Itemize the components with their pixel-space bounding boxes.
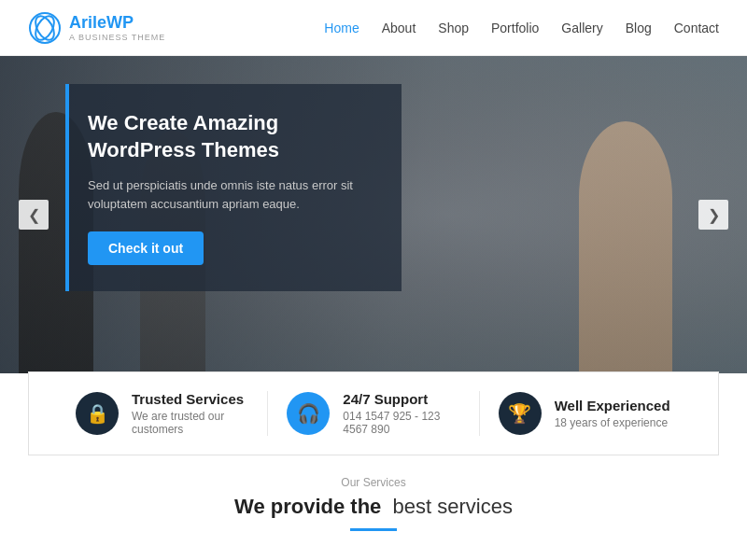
experienced-icon-wrap: 🏆	[499, 392, 542, 435]
support-desc: 014 1547 925 - 123 4567 890	[343, 410, 459, 436]
trusted-icon-wrap: 🔒	[76, 392, 119, 435]
support-text: 24/7 Support 014 1547 925 - 123 4567 890	[343, 391, 459, 436]
feature-experienced: 🏆 Well Experienced 18 years of experienc…	[480, 392, 690, 435]
nav-gallery[interactable]: Gallery	[561, 21, 602, 35]
feature-support: 🎧 24/7 Support 014 1547 925 - 123 4567 8…	[268, 391, 479, 436]
services-underline	[350, 528, 397, 531]
logo: ArileWP A Business Theme	[28, 11, 165, 45]
logo-name: ArileWP	[69, 13, 165, 33]
hero-title: We Create Amazing WordPress Themes	[88, 110, 375, 163]
services-title-part2: best services	[393, 495, 513, 518]
nav-about[interactable]: About	[382, 21, 416, 35]
nav-shop[interactable]: Shop	[438, 21, 469, 35]
svg-point-2	[32, 12, 58, 42]
main-nav: Home About Shop Portfolio Gallery Blog C…	[324, 21, 719, 35]
services-section: Our Services We provide the best service…	[0, 455, 747, 560]
hero-cta-button[interactable]: Check it out	[88, 231, 204, 265]
hero-content-box: We Create Amazing WordPress Themes Sed u…	[65, 84, 402, 291]
headphone-icon: 🎧	[297, 402, 320, 425]
experienced-title: Well Experienced	[555, 398, 670, 413]
arrow-right-icon: ❯	[708, 206, 720, 224]
trusted-text: Trusted Services We are trusted our cust…	[132, 391, 248, 436]
services-title-part1: We provide the	[234, 495, 381, 518]
experienced-text: Well Experienced 18 years of experience	[555, 398, 670, 429]
nav-home[interactable]: Home	[324, 21, 359, 35]
nav-blog[interactable]: Blog	[626, 21, 652, 35]
arrow-left-icon: ❮	[28, 206, 40, 224]
logo-tagline: A Business Theme	[69, 33, 165, 42]
services-label: Our Services	[28, 476, 719, 489]
support-icon-wrap: 🎧	[287, 392, 330, 435]
person-right	[579, 121, 672, 373]
carousel-next-button[interactable]: ❯	[698, 200, 728, 230]
features-bar: 🔒 Trusted Services We are trusted our cu…	[28, 371, 719, 455]
services-title: We provide the best services	[28, 495, 719, 519]
hero-section: We Create Amazing WordPress Themes Sed u…	[0, 56, 747, 373]
logo-icon	[28, 11, 62, 45]
carousel-prev-button[interactable]: ❮	[19, 200, 49, 230]
logo-text: ArileWP A Business Theme	[69, 13, 165, 42]
lock-icon: 🔒	[86, 402, 109, 425]
experienced-desc: 18 years of experience	[555, 416, 670, 429]
header: ArileWP A Business Theme Home About Shop…	[0, 0, 747, 56]
support-title: 24/7 Support	[343, 391, 459, 407]
trusted-title: Trusted Services	[132, 391, 248, 407]
feature-trusted: 🔒 Trusted Services We are trusted our cu…	[57, 391, 268, 436]
nav-portfolio[interactable]: Portfolio	[491, 21, 539, 35]
hero-description: Sed ut perspiciatis unde omnis iste natu…	[88, 176, 375, 213]
nav-contact[interactable]: Contact	[674, 21, 719, 35]
trophy-icon: 🏆	[508, 402, 531, 425]
trusted-desc: We are trusted our customers	[132, 410, 248, 436]
